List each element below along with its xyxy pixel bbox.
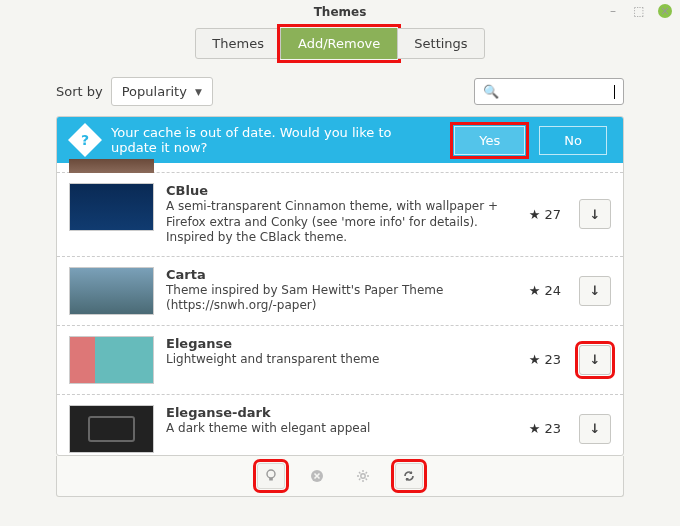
search-icon: 🔍 [483,84,499,99]
download-button[interactable]: ↓ [579,345,611,375]
search-input[interactable] [505,84,612,99]
cache-banner: Your cache is out of date. Would you lik… [57,117,623,163]
score: ★ 23 [529,352,561,367]
list-item[interactable]: CBlue A semi-transparent Cinnamon theme,… [57,173,623,257]
svg-rect-1 [269,478,273,481]
sort-label: Sort by [56,84,103,99]
score-value: 24 [544,283,561,298]
sort-select[interactable]: Popularity ▼ [111,77,213,106]
close-icon[interactable]: × [658,4,672,18]
star-icon: ★ [529,421,541,436]
titlebar: Themes – ⬚ × [0,0,680,24]
gear-icon [356,469,370,483]
score-value: 23 [544,421,561,436]
theme-name: Eleganse-dark [166,405,517,420]
list-item[interactable]: Carta Theme inspired by Sam Hewitt's Pap… [57,257,623,326]
chevron-down-icon: ▼ [195,87,202,97]
thumbnail [69,336,154,384]
tab-settings[interactable]: Settings [397,28,484,59]
star-icon: ★ [529,207,541,222]
partial-row [57,163,623,173]
close-circle-icon [310,469,324,483]
banner-yes-button[interactable]: Yes [454,126,525,155]
theme-name: Carta [166,267,517,282]
download-icon: ↓ [590,207,601,222]
download-button[interactable]: ↓ [579,414,611,444]
theme-desc: Theme inspired by Sam Hewitt's Paper The… [166,283,517,314]
theme-desc: A semi-transparent Cinnamon theme, with … [166,199,517,246]
list-item[interactable]: Eleganse-dark A dark theme with elegant … [57,395,623,455]
hint-button[interactable] [257,463,285,489]
banner-no-button[interactable]: No [539,126,607,155]
window-controls: – ⬚ × [606,4,672,18]
list-item-info: Eleganse Lightweight and transparent the… [166,336,517,368]
theme-desc: A dark theme with elegant appeal [166,421,517,437]
star-icon: ★ [529,352,541,367]
settings-button[interactable] [349,463,377,489]
sort-value: Popularity [122,84,187,99]
toolbar: Sort by Popularity ▼ 🔍 [0,69,680,116]
svg-point-0 [267,470,275,478]
lightbulb-icon [264,469,278,483]
score: ★ 24 [529,283,561,298]
download-icon: ↓ [590,421,601,436]
refresh-button[interactable] [395,463,423,489]
maximize-icon[interactable]: ⬚ [632,4,646,18]
theme-desc: Lightweight and transparent theme [166,352,517,368]
bottom-toolbar [56,456,624,497]
score-value: 27 [544,207,561,222]
list-item[interactable]: Eleganse Lightweight and transparent the… [57,326,623,395]
list-item-info: Carta Theme inspired by Sam Hewitt's Pap… [166,267,517,314]
theme-name: Eleganse [166,336,517,351]
theme-name: CBlue [166,183,517,198]
svg-point-3 [361,474,365,478]
remove-button[interactable] [303,463,331,489]
score-value: 23 [544,352,561,367]
score: ★ 27 [529,207,561,222]
tab-addremove[interactable]: Add/Remove [281,28,397,59]
thumbnail [69,405,154,453]
thumbnail [69,159,154,173]
tab-bar: Themes Add/Remove Settings [0,24,680,69]
score: ★ 23 [529,421,561,436]
theme-list[interactable]: CBlue A semi-transparent Cinnamon theme,… [57,173,623,455]
text-cursor [614,85,615,99]
main-panel: Your cache is out of date. Would you lik… [56,116,624,456]
help-diamond-icon [68,123,102,157]
banner-message: Your cache is out of date. Would you lik… [111,125,440,155]
search-input-wrap[interactable]: 🔍 [474,78,624,105]
refresh-icon [402,469,416,483]
download-button[interactable]: ↓ [579,276,611,306]
list-item-info: CBlue A semi-transparent Cinnamon theme,… [166,183,517,246]
download-icon: ↓ [590,283,601,298]
download-button[interactable]: ↓ [579,199,611,229]
tab-themes[interactable]: Themes [195,28,281,59]
thumbnail [69,183,154,231]
minimize-icon[interactable]: – [606,4,620,18]
star-icon: ★ [529,283,541,298]
window-title: Themes [314,5,367,19]
list-item-info: Eleganse-dark A dark theme with elegant … [166,405,517,437]
thumbnail [69,267,154,315]
download-icon: ↓ [590,352,601,367]
